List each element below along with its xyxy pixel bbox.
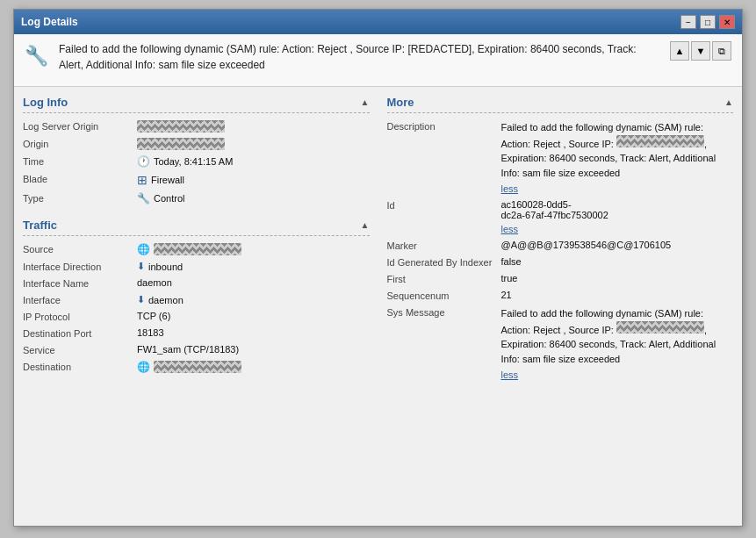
- source-redacted: [154, 243, 241, 255]
- traffic-header: Traffic ▲: [23, 219, 370, 236]
- description-row: Description Failed to add the following …: [387, 120, 734, 194]
- content-area: Log Info ▲ Log Server Origin Origin: [14, 87, 742, 526]
- dest-port-row: Destination Port 18183: [23, 327, 370, 339]
- titlebar: Log Details − □ ✕: [14, 10, 742, 34]
- blade-label: Blade: [23, 173, 137, 184]
- sequencenum-value: 21: [501, 290, 734, 300]
- log-server-origin-value: [137, 120, 370, 133]
- type-wrench-icon: [137, 192, 150, 204]
- header-bar: 🔧 Failed to add the following dynamic (S…: [14, 34, 742, 87]
- sys-message-row: Sys Message Failed to add the following …: [387, 306, 734, 380]
- log-info-header: Log Info ▲: [23, 96, 370, 113]
- destination-globe-icon: [137, 361, 150, 373]
- traffic-section: Traffic ▲ Source Interface Direction: [23, 219, 370, 373]
- type-value: Control: [137, 192, 370, 204]
- source-value: [137, 243, 370, 255]
- ip-protocol-row: IP Protocol TCP (6): [23, 311, 370, 322]
- time-value: Today, 8:41:15 AM: [137, 155, 370, 168]
- destination-row: Destination: [23, 361, 370, 373]
- log-info-title: Log Info: [23, 96, 68, 109]
- nav-up-button[interactable]: ▲: [670, 41, 689, 61]
- firewall-grid-icon: [137, 173, 148, 187]
- id-less-link[interactable]: less: [501, 224, 519, 234]
- ip-protocol-text: TCP (6): [137, 311, 170, 321]
- copy-button[interactable]: ⧉: [712, 41, 731, 61]
- marker-row: Marker @A@@B@1739538546@C@1706105: [387, 240, 734, 251]
- log-server-origin-redacted: [137, 120, 225, 133]
- left-panel: Log Info ▲ Log Server Origin Origin: [23, 96, 370, 517]
- sys-message-label: Sys Message: [387, 306, 501, 318]
- maximize-button[interactable]: □: [700, 15, 716, 29]
- origin-redacted: [137, 138, 225, 150]
- ip-protocol-label: IP Protocol: [23, 311, 137, 322]
- traffic-collapse[interactable]: ▲: [361, 220, 370, 230]
- type-row: Type Control: [23, 192, 370, 204]
- source-row: Source: [23, 243, 370, 255]
- destination-redacted: [154, 361, 241, 373]
- window-title: Log Details: [21, 16, 78, 28]
- id-label: Id: [387, 199, 501, 211]
- minimize-button[interactable]: −: [680, 15, 696, 29]
- sys-message-less-link[interactable]: less: [501, 369, 519, 380]
- source-label: Source: [23, 243, 137, 255]
- log-info-section: Log Info ▲ Log Server Origin Origin: [23, 96, 370, 204]
- destination-value: [137, 361, 370, 373]
- origin-label: Origin: [23, 138, 137, 149]
- interface-direction-label: Interface Direction: [23, 261, 137, 272]
- window-controls: − □ ✕: [680, 15, 735, 29]
- more-header: More ▲: [387, 96, 734, 113]
- id-text: ac160028-0dd5-dc2a-67af-47fbc7530002: [501, 199, 608, 220]
- right-panel: More ▲ Description Failed to add the fol…: [387, 96, 734, 517]
- more-section: More ▲ Description Failed to add the fol…: [387, 96, 734, 380]
- marker-label: Marker: [387, 240, 501, 251]
- sys-message-text: Failed to add the following dynamic (SAM…: [501, 306, 734, 366]
- sequencenum-text: 21: [501, 290, 512, 300]
- log-info-collapse[interactable]: ▲: [361, 97, 370, 107]
- dest-port-value: 18183: [137, 327, 370, 338]
- service-row: Service FW1_sam (TCP/18183): [23, 344, 370, 355]
- service-label: Service: [23, 344, 137, 355]
- wrench-icon: 🔧: [25, 45, 48, 68]
- header-actions: ▲ ▼ ⧉: [670, 41, 731, 61]
- traffic-title: Traffic: [23, 219, 57, 232]
- more-collapse[interactable]: ▲: [724, 97, 733, 107]
- time-text: Today, 8:41:15 AM: [154, 156, 233, 167]
- id-generated-row: Id Generated By Indexer false: [387, 256, 734, 268]
- destination-label: Destination: [23, 361, 137, 372]
- interface-text: daemon: [148, 295, 184, 305]
- marker-value: @A@@B@1739538546@C@1706105: [501, 240, 734, 250]
- interface-label: Interface: [23, 294, 137, 305]
- interface-name-row: Interface Name daemon: [23, 277, 370, 289]
- service-text: FW1_sam (TCP/18183): [137, 344, 239, 355]
- blade-row: Blade Firewall: [23, 173, 370, 187]
- description-less-link[interactable]: less: [501, 183, 519, 194]
- sys-message-value: Failed to add the following dynamic (SAM…: [501, 306, 734, 380]
- interface-icon: [137, 294, 145, 305]
- description-text: Failed to add the following dynamic (SAM…: [501, 120, 734, 180]
- more-title: More: [387, 96, 414, 109]
- clock-icon: [137, 155, 150, 168]
- sequencenum-label: Sequencenum: [387, 290, 501, 301]
- log-server-origin-label: Log Server Origin: [23, 120, 137, 132]
- ip-protocol-value: TCP (6): [137, 311, 370, 321]
- id-value: ac160028-0dd5-dc2a-67af-47fbc7530002 les…: [501, 199, 734, 234]
- first-label: First: [387, 273, 501, 284]
- nav-down-button[interactable]: ▼: [691, 41, 710, 61]
- id-generated-label: Id Generated By Indexer: [387, 256, 501, 268]
- interface-name-text: daemon: [137, 277, 172, 288]
- id-generated-value: false: [501, 256, 734, 267]
- first-text: true: [501, 273, 518, 283]
- marker-text: @A@@B@1739538546@C@1706105: [501, 240, 672, 250]
- close-button[interactable]: ✕: [719, 15, 735, 29]
- description-value: Failed to add the following dynamic (SAM…: [501, 120, 734, 194]
- header-message: Failed to add the following dynamic (SAM…: [59, 41, 659, 73]
- interface-name-label: Interface Name: [23, 277, 137, 289]
- interface-name-value: daemon: [137, 277, 370, 288]
- sequencenum-row: Sequencenum 21: [387, 290, 734, 301]
- log-server-origin-row: Log Server Origin: [23, 120, 370, 133]
- log-details-window: Log Details − □ ✕ 🔧 Failed to add the fo…: [13, 9, 743, 527]
- dest-port-text: 18183: [137, 327, 164, 338]
- type-text: Control: [154, 193, 184, 204]
- blade-value: Firewall: [137, 173, 370, 187]
- first-row: First true: [387, 273, 734, 284]
